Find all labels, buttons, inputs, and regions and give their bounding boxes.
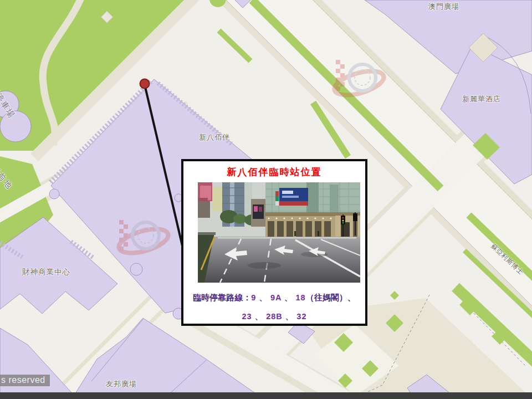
station-marker[interactable] — [140, 79, 150, 89]
label-sintra-hotel: 新麗華酒店 — [462, 94, 501, 104]
routes-numbers-1: 9 、 9A 、 18 — [251, 293, 305, 302]
label-treasure-centre: 財神商業中心 — [22, 267, 70, 277]
label-aia-plaza: 友邦廣場 — [106, 379, 137, 389]
label-new-yaohan: 新八佰伴 — [199, 132, 230, 142]
routes-text-line2: 23 、 28B 、 32 — [183, 311, 365, 322]
label-macau-square: 澳門廣場 — [428, 2, 459, 12]
copyright-watermark: s reserved — [0, 375, 50, 386]
routes-label: 臨時停靠路線： — [193, 293, 251, 302]
station-photo — [198, 182, 360, 283]
routes-dest-note: （往媽閣）、 — [306, 293, 356, 302]
popup-title: 新八佰伴臨時站位置 — [183, 166, 365, 178]
map-view: 澳門廣場 新麗華酒店 新八佰伴 財神商業中心 友邦廣場 湖停車場 華利前地 蘇亞… — [0, 0, 532, 399]
station-popup: 新八佰伴臨時站位置 — [181, 159, 367, 326]
bottom-bar — [0, 392, 532, 399]
routes-text-line1: 臨時停靠路線：9 、 9A 、 18（往媽閣）、 — [183, 293, 365, 303]
routes-numbers-2: 23 、 28B 、 32 — [242, 312, 307, 321]
